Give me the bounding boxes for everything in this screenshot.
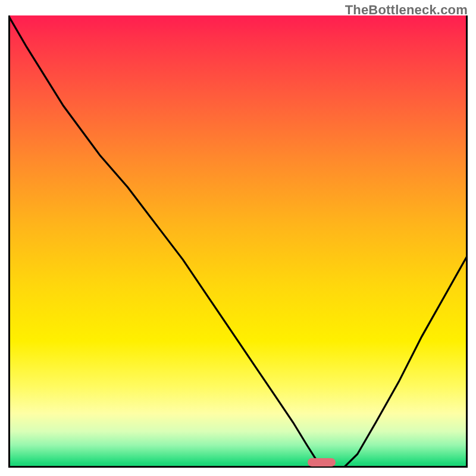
axis-right [466,15,468,468]
axis-bottom [8,466,468,468]
bottleneck-curve [8,15,468,468]
optimum-marker [308,458,335,466]
watermark-text: TheBottleneck.com [345,2,468,18]
chart-frame: TheBottleneck.com [0,0,476,476]
axis-left [8,15,10,468]
